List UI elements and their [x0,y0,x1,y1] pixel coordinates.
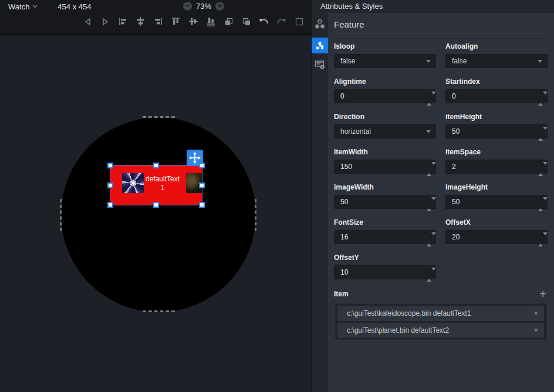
move-arrows-icon [189,152,201,164]
next-page-icon[interactable] [100,16,111,27]
imageheight-input[interactable]: 50 [445,195,548,209]
chevron-down-icon[interactable] [426,60,431,63]
spinner-up-icon[interactable] [427,94,431,106]
resize-handle-ne[interactable] [199,163,205,168]
remove-item-icon[interactable]: × [533,323,538,338]
zoom-in-button[interactable]: + [215,2,224,11]
input-value: 20 [452,233,460,241]
watch-face-circle[interactable] [61,117,256,312]
resize-handle-se[interactable] [199,202,205,208]
canvas-bound-dash-right [255,199,256,231]
field-label: OffsetY [334,254,436,262]
resize-handle-w[interactable] [107,183,113,188]
spinner-up-icon[interactable] [427,165,431,176]
spinner-up-icon[interactable] [427,271,431,282]
resize-handle-sw[interactable] [107,202,113,208]
field-label: itemHeight [445,113,548,121]
device-selector-label: Watch [8,2,29,11]
offsetx-input[interactable]: 20 [445,230,548,244]
resize-handle-nw[interactable] [107,163,113,168]
resize-handle-s[interactable] [153,202,159,208]
tab-components[interactable] [312,38,328,53]
spinner-up-icon[interactable] [538,94,543,106]
stepper [538,198,543,207]
display-info-icon: i [315,60,325,70]
redo-icon[interactable] [276,16,287,27]
align-center-vertical-icon[interactable] [135,16,146,27]
itemheight-input[interactable]: 50 [445,124,548,138]
align-top-icon[interactable] [170,16,181,27]
panel-title: Attributes & Styles [312,0,554,13]
bring-forward-icon[interactable] [223,16,234,27]
autoalign-dropdown[interactable]: false [445,54,548,68]
field-label: Isloop [334,42,436,50]
chevron-down-icon [32,5,38,8]
device-selector[interactable]: Watch [8,2,38,11]
input-value: 2 [452,163,456,171]
spinner-down-icon[interactable] [431,162,436,173]
spinner-down-icon[interactable] [431,197,436,208]
field-label: itemWidth [334,148,436,156]
direction-dropdown[interactable]: horizontal [334,124,436,138]
resize-handle-e[interactable] [199,183,205,188]
spinner-down-icon[interactable] [543,127,548,138]
item-row-kaleidoscope[interactable]: c:\guiTest\kaleidoscope.bin defaultText1… [337,306,544,321]
prev-page-icon[interactable] [82,16,93,27]
spinner-up-icon[interactable] [538,235,543,246]
startindex-input[interactable]: 0 [445,89,548,103]
align-middle-horizontal-icon[interactable] [188,16,199,27]
imagewidth-input[interactable]: 50 [334,195,436,209]
stepper [427,163,431,172]
remove-item-icon[interactable]: × [533,306,538,321]
topbar-row: Watch 454 x 454 − 73% + [0,0,311,13]
stepper [427,233,431,242]
spinner-down-icon[interactable] [431,268,436,279]
align-left-icon[interactable] [117,16,129,27]
isloop-dropdown[interactable]: false [334,54,436,68]
field-spacer [445,254,548,279]
input-value: 50 [452,127,460,136]
spinner-up-icon[interactable] [427,235,431,246]
chevron-down-icon[interactable] [538,60,542,63]
spinner-down-icon[interactable] [431,232,436,244]
field-label: Autoalign [445,42,548,50]
app-window: Watch 454 x 454 − 73% + [0,0,554,392]
fontsize-input[interactable]: 16 [334,230,436,244]
send-backward-icon[interactable] [241,16,252,27]
dropdown-value: false [452,57,467,65]
resize-handle-n[interactable] [153,163,159,168]
zoom-out-button[interactable]: − [183,2,192,11]
selected-list-widget[interactable]: defaultText 1 [110,165,202,205]
spinner-down-icon[interactable] [543,197,548,208]
spinner-down-icon[interactable] [543,162,548,173]
widget-item-text-line2: 1 [141,184,184,192]
spinner-up-icon[interactable] [538,165,543,176]
align-right-icon[interactable] [153,16,164,27]
offsety-input[interactable]: 10 [334,265,436,279]
align-bottom-icon[interactable] [205,16,217,27]
field-itemspace: itemSpace 2 [445,148,548,174]
chevron-down-icon[interactable] [426,130,431,133]
itemspace-input[interactable]: 2 [445,160,548,174]
panel-tab-strip: i [312,13,328,392]
design-canvas[interactable]: defaultText 1 [0,34,311,392]
field-imagewidth: imageWidth 50 [334,183,436,209]
item-row-planet[interactable]: c:\guiTest\planet.bin defaultText2 × [337,323,544,338]
undo-icon[interactable] [258,16,269,27]
field-label: imageWidth [334,183,436,191]
input-value: 16 [340,233,348,241]
tab-display-info[interactable]: i [312,57,328,72]
spinner-down-icon[interactable] [543,92,548,103]
spinner-up-icon[interactable] [427,200,431,211]
aligntime-input[interactable]: 0 [334,89,436,103]
spinner-up-icon[interactable] [538,200,543,211]
spinner-up-icon[interactable] [538,130,543,141]
spinner-down-icon[interactable] [431,92,436,103]
itemwidth-input[interactable]: 150 [334,160,436,174]
add-item-button[interactable]: + [539,289,548,299]
field-direction: Direction horizontal [334,113,436,138]
field-label: itemSpace [445,148,548,156]
marquee-select-icon[interactable] [293,16,305,27]
spinner-down-icon[interactable] [543,232,548,244]
tab-structure[interactable] [312,16,328,32]
